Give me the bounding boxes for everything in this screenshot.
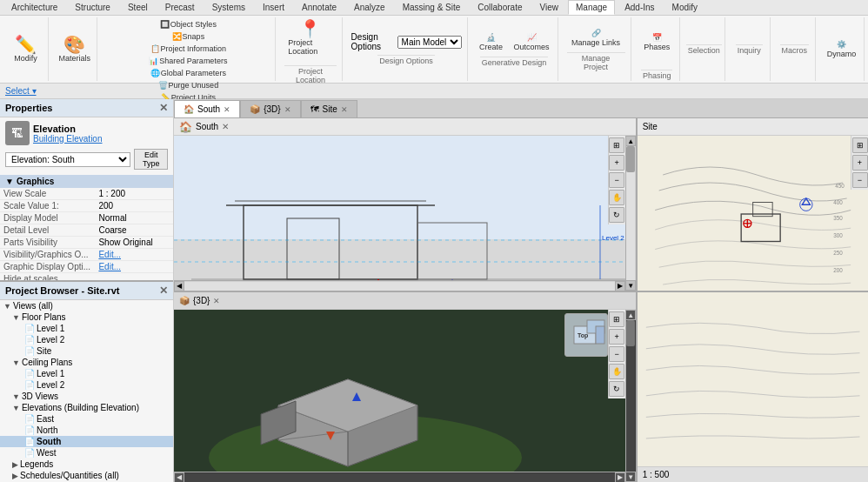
south-vscroll[interactable]: ▲ ▼: [625, 136, 636, 291]
tree-floor-plans[interactable]: ▼ Floor Plans: [0, 311, 173, 323]
pan-tool[interactable]: ✋: [609, 190, 624, 205]
tree-ceiling-level2[interactable]: 📄 Level 2: [0, 379, 173, 391]
3d-vscroll[interactable]: ▲ ▼: [625, 310, 636, 482]
3d-drawing[interactable]: Top: [174, 310, 636, 482]
tab-modify[interactable]: Modify: [664, 0, 705, 15]
project-browser-close-button[interactable]: ✕: [159, 285, 168, 297]
global-params-button[interactable]: 🌐 Global Parameters: [106, 68, 270, 78]
settings-group: 🔲 Object Styles 🔀 Snaps 📋 Project Inform…: [101, 17, 276, 81]
scroll-down-btn[interactable]: ▼: [625, 280, 636, 291]
parts-visibility-row: Parts Visibility Show Original: [0, 237, 173, 249]
graphic-display-edit-link[interactable]: Edit...: [95, 261, 173, 273]
south-hscroll[interactable]: ◀ ▶: [174, 280, 625, 291]
tab-architecture[interactable]: Architecture: [3, 0, 65, 15]
tab-view[interactable]: View: [531, 0, 566, 15]
tab-structure[interactable]: Structure: [67, 0, 118, 15]
3d-orbit-btn[interactable]: ↻: [609, 381, 624, 397]
zoom-fit-btn[interactable]: ⊞: [609, 137, 624, 153]
detail-level-row: Detail Level Coarse: [0, 224, 173, 237]
study-outcomes-button[interactable]: 📈 Outcomes: [511, 31, 553, 53]
tab-3d[interactable]: 📦 {3D} ✕: [240, 100, 300, 117]
south-elevation-pane[interactable]: 🏠 South ✕: [174, 118, 638, 291]
elevation-drawing[interactable]: Level 2 1 : 200 ⊞: [174, 136, 636, 291]
edit-type-button[interactable]: Edit Type: [134, 149, 168, 170]
properties-close-button[interactable]: ✕: [159, 102, 168, 114]
3d-pan-btn[interactable]: ✋: [609, 364, 624, 379]
tab-collaborate[interactable]: Collaborate: [470, 0, 530, 15]
tree-schedules[interactable]: ▶ Schedules/Quantities (all): [0, 470, 173, 481]
tab-south[interactable]: 🏠 South ✕: [174, 100, 240, 117]
tab-addins[interactable]: Add-Ins: [617, 0, 662, 15]
phases-button[interactable]: 📅 Phases: [636, 17, 678, 66]
3d-zoom-fit-btn[interactable]: ⊞: [609, 311, 624, 327]
south-close-btn[interactable]: ✕: [222, 122, 229, 131]
site-bottom-pane[interactable]: 1 : 500: [638, 292, 868, 482]
tree-ceiling-plans[interactable]: ▼ Ceiling Plans: [0, 357, 173, 368]
site-zoom-in[interactable]: +: [852, 155, 868, 171]
modify-button[interactable]: ✏️ Modify: [5, 25, 47, 74]
links-icon: 🔗: [591, 29, 601, 37]
zoom-in-tool[interactable]: +: [609, 155, 624, 171]
tab-manage[interactable]: Manage: [568, 0, 615, 15]
tree-ceiling-level1[interactable]: 📄 Level 1: [0, 368, 173, 379]
object-styles-button[interactable]: 🔲 Object Styles: [106, 19, 270, 30]
3d-scroll-down[interactable]: ▼: [625, 472, 636, 482]
elevation-select[interactable]: Elevation: South: [5, 152, 130, 167]
tree-east[interactable]: 📄 East: [0, 413, 173, 425]
select-button[interactable]: Select ▾: [5, 86, 37, 96]
tab-precast[interactable]: Precast: [157, 0, 203, 15]
3d-scroll-right[interactable]: ▶: [615, 472, 625, 483]
graphics-group-header[interactable]: ▼ Graphics: [0, 175, 173, 188]
ceiling-level2-label: Level 2: [37, 380, 64, 390]
scroll-left-btn[interactable]: ◀: [174, 281, 184, 291]
site-zoom-out[interactable]: −: [852, 172, 868, 188]
tab-systems[interactable]: Systems: [204, 0, 253, 15]
tab-steel[interactable]: Steel: [120, 0, 156, 15]
tree-site[interactable]: 📄 Site: [0, 345, 173, 357]
snaps-button[interactable]: 🔀 Snaps: [106, 31, 270, 42]
3d-close-btn[interactable]: ✕: [213, 297, 220, 305]
purge-button[interactable]: 🗑️ Purge Unused: [106, 80, 270, 90]
tree-level1[interactable]: 📄 Level 1: [0, 323, 173, 334]
visibility-edit-link[interactable]: Edit...: [95, 249, 173, 261]
site-drawing[interactable]: 450 400 350 300 250 200: [638, 136, 868, 291]
3d-tab-close[interactable]: ✕: [284, 105, 291, 114]
svg-text:300: 300: [833, 232, 843, 238]
tree-3d-views[interactable]: ▼ 3D Views: [0, 391, 173, 402]
zoom-out-tool[interactable]: −: [609, 172, 624, 188]
south-tab-close[interactable]: ✕: [224, 105, 230, 114]
tree-elevations[interactable]: ▼ Elevations (Building Elevation): [0, 402, 173, 413]
materials-button[interactable]: 🎨 Materials: [54, 25, 96, 74]
3d-hscroll[interactable]: ◀ ▶: [174, 472, 625, 482]
shared-params-button[interactable]: 📊 Shared Parameters: [106, 56, 270, 66]
3d-view-pane[interactable]: 📦 {3D} ✕ Top: [174, 292, 638, 482]
element-family[interactable]: Building Elevation: [33, 134, 103, 144]
design-options-select[interactable]: Main Model: [397, 36, 462, 49]
scroll-up-btn[interactable]: ▲: [625, 136, 636, 146]
tree-views-all[interactable]: ▼ Views (all): [0, 300, 173, 311]
3d-zoom-out-btn[interactable]: −: [609, 346, 624, 362]
site-label: Site: [37, 346, 51, 356]
orbit-tool[interactable]: ↻: [609, 207, 624, 223]
3d-zoom-in-btn[interactable]: +: [609, 329, 624, 345]
manage-links-button[interactable]: 🔗 Manage Links: [568, 27, 624, 49]
tree-west[interactable]: 📄 West: [0, 447, 173, 459]
project-info-button[interactable]: 📋 Project Information: [106, 44, 270, 54]
tab-site[interactable]: 🗺 Site ✕: [301, 100, 357, 117]
tree-north[interactable]: 📄 North: [0, 425, 173, 436]
project-location-button[interactable]: 📍 Project Location: [284, 13, 336, 62]
dynamo-button[interactable]: ⚙️ Dynamo: [820, 25, 862, 74]
tab-massing[interactable]: Massing & Site: [395, 0, 469, 15]
svg-rect-1: [244, 205, 417, 279]
3d-scroll-left[interactable]: ◀: [174, 472, 184, 483]
scroll-right-btn[interactable]: ▶: [615, 281, 625, 291]
tree-legends[interactable]: ▶ Legends: [0, 459, 173, 470]
tab-analyze[interactable]: Analyze: [346, 0, 393, 15]
site-zoom-fit[interactable]: ⊞: [852, 137, 868, 153]
tree-level2[interactable]: 📄 Level 2: [0, 334, 173, 345]
site-plan-pane[interactable]: Site: [638, 118, 868, 291]
3d-scroll-up[interactable]: ▲: [625, 310, 636, 320]
create-study-button[interactable]: 🔬 Create: [476, 31, 507, 53]
site-tab-close[interactable]: ✕: [341, 105, 348, 114]
tree-south[interactable]: 📄 South: [0, 436, 173, 447]
